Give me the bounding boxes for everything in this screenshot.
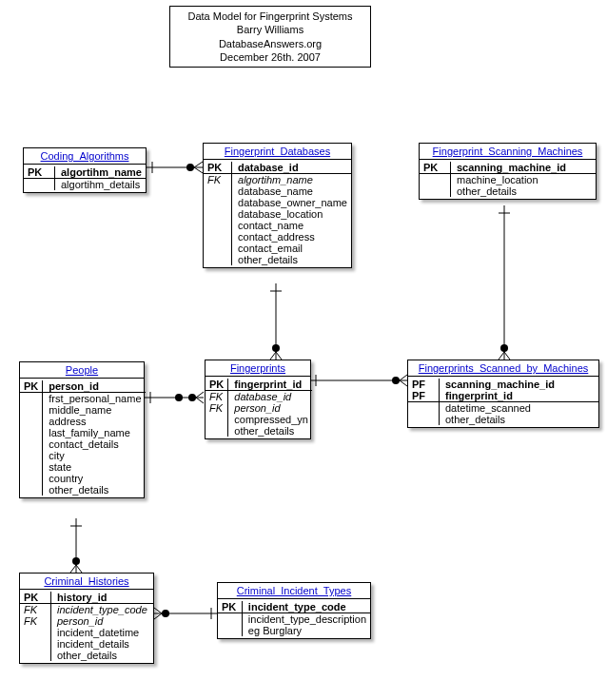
svg-point-18 bbox=[392, 377, 400, 384]
entity-fingerprint-scanning-machines: Fingerprint_Scanning_Machines PKscanning… bbox=[419, 143, 597, 200]
attr-cell: database_owner_name bbox=[232, 197, 351, 208]
svg-line-4 bbox=[194, 167, 203, 173]
attribute-row: PFfingerprint_id bbox=[408, 390, 598, 402]
attr-cell: state bbox=[43, 461, 146, 473]
attribute-row: city bbox=[20, 450, 146, 461]
attr-cell: city bbox=[43, 450, 146, 461]
attribute-row: other_details bbox=[20, 484, 146, 496]
entity-title[interactable]: Fingerprints_Scanned_by_Machines bbox=[408, 360, 598, 377]
key-cell bbox=[204, 185, 232, 197]
key-cell bbox=[20, 450, 43, 461]
svg-line-34 bbox=[154, 608, 162, 613]
entity-title[interactable]: Criminal_Histories bbox=[20, 574, 153, 590]
key-cell bbox=[420, 174, 451, 186]
attr-cell: person_id bbox=[43, 380, 146, 393]
attr-cell: incident_datetime bbox=[51, 627, 154, 638]
attr-cell: incident_type_code bbox=[242, 601, 370, 613]
attribute-row: frst_personal_name bbox=[20, 393, 146, 405]
attr-cell: other_details bbox=[440, 414, 599, 425]
attr-cell: algortihm_details bbox=[55, 179, 147, 191]
attribute-row: FKdatabase_id bbox=[206, 391, 312, 403]
entity-title[interactable]: People bbox=[20, 362, 144, 379]
attr-cell: person_id bbox=[51, 615, 154, 627]
attribute-row: datetime_scanned bbox=[408, 402, 598, 415]
attr-cell: other_details bbox=[228, 425, 312, 437]
attribute-row: middle_name bbox=[20, 404, 146, 416]
key-cell bbox=[20, 427, 43, 438]
attribute-row: contact_name bbox=[204, 220, 351, 231]
attr-cell: address bbox=[43, 416, 146, 427]
svg-line-9 bbox=[276, 352, 282, 360]
attribute-row: FKalgortihm_name bbox=[204, 174, 351, 186]
attr-cell: compressed_yn bbox=[228, 414, 312, 425]
attr-cell: middle_name bbox=[43, 404, 146, 416]
entity-title[interactable]: Coding_Algorithms bbox=[24, 148, 146, 165]
attribute-row: FKincident_type_code bbox=[20, 604, 153, 616]
svg-line-29 bbox=[70, 565, 76, 573]
entity-criminal-incident-types: Criminal_Incident_Types PKincident_type_… bbox=[217, 582, 371, 639]
attribute-row: contact_address bbox=[204, 231, 351, 243]
entity-title[interactable]: Fingerprint_Scanning_Machines bbox=[420, 144, 596, 160]
attr-cell: fingerprint_id bbox=[440, 390, 599, 402]
key-cell bbox=[20, 627, 51, 638]
key-cell bbox=[204, 197, 232, 208]
attribute-row: PKfingerprint_id bbox=[206, 379, 312, 391]
key-cell bbox=[204, 220, 232, 231]
key-cell bbox=[20, 393, 43, 405]
key-cell bbox=[24, 179, 55, 191]
attribute-row: database_name bbox=[204, 185, 351, 197]
key-cell bbox=[20, 473, 43, 484]
attr-cell: contact_address bbox=[232, 231, 351, 243]
attr-cell: incident_type_code bbox=[51, 604, 154, 616]
key-cell bbox=[20, 650, 51, 661]
attribute-row: address bbox=[20, 416, 146, 427]
key-cell bbox=[204, 231, 232, 243]
entity-people: People PKperson_idfrst_personal_namemidd… bbox=[19, 361, 145, 498]
key-cell bbox=[408, 414, 440, 425]
key-cell bbox=[204, 208, 232, 220]
attribute-row: contact_email bbox=[204, 243, 351, 254]
attr-cell: scanning_machine_id bbox=[440, 379, 599, 390]
entity-title[interactable]: Fingerprint_Databases bbox=[204, 144, 351, 160]
entity-coding-algorithms: Coding_Algorithms PKalgortihm_namealgort… bbox=[23, 147, 147, 193]
attribute-row: other_details bbox=[206, 425, 312, 437]
key-cell bbox=[420, 185, 451, 197]
key-cell bbox=[204, 254, 232, 265]
attribute-row: PKhistory_id bbox=[20, 592, 153, 604]
entity-title[interactable]: Fingerprints bbox=[206, 360, 310, 377]
key-cell bbox=[204, 243, 232, 254]
svg-point-7 bbox=[272, 344, 280, 352]
entity-title[interactable]: Criminal_Incident_Types bbox=[218, 583, 370, 599]
svg-point-33 bbox=[162, 610, 169, 617]
svg-point-2 bbox=[186, 164, 194, 171]
key-cell: FK bbox=[20, 615, 51, 627]
svg-line-35 bbox=[154, 613, 162, 619]
attr-cell: last_family_name bbox=[43, 427, 146, 438]
attribute-row: PKalgortihm_name bbox=[24, 166, 146, 179]
header-line2: Barry Williams bbox=[180, 23, 361, 36]
attr-cell: database_location bbox=[232, 208, 351, 220]
header-box: Data Model for Fingerprint Systems Barry… bbox=[169, 6, 371, 68]
svg-line-8 bbox=[270, 352, 276, 360]
key-cell: FK bbox=[204, 174, 232, 186]
attribute-row: compressed_yn bbox=[206, 414, 312, 425]
attr-cell: database_id bbox=[228, 391, 312, 403]
key-cell: FK bbox=[20, 604, 51, 616]
svg-line-30 bbox=[76, 565, 82, 573]
attr-cell: other_details bbox=[232, 254, 351, 265]
attribute-row: incident_details bbox=[20, 638, 153, 650]
key-cell: PK bbox=[204, 162, 232, 174]
header-line1: Data Model for Fingerprint Systems bbox=[180, 10, 361, 23]
attribute-row: algortihm_details bbox=[24, 179, 146, 191]
attribute-row: incident_datetime bbox=[20, 627, 153, 638]
key-cell bbox=[20, 638, 51, 650]
attr-cell: contact_name bbox=[232, 220, 351, 231]
attribute-row: other_details bbox=[204, 254, 351, 265]
attribute-row: PKincident_type_code bbox=[218, 601, 370, 613]
key-cell: PF bbox=[408, 379, 440, 390]
key-cell bbox=[20, 404, 43, 416]
entity-fingerprints: Fingerprints PKfingerprint_idFKdatabase_… bbox=[205, 360, 311, 439]
key-cell: FK bbox=[206, 391, 228, 403]
attribute-row: PKperson_id bbox=[20, 380, 146, 393]
key-cell bbox=[206, 425, 228, 437]
